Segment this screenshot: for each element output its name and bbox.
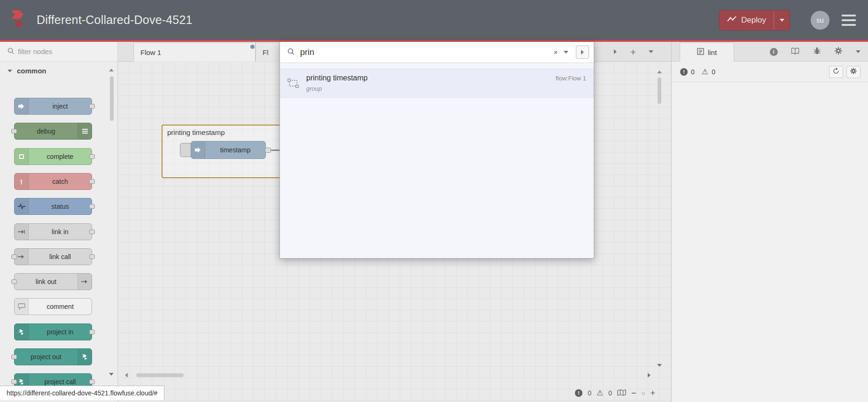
result-subtitle: group xyxy=(306,85,322,92)
add-flow-button[interactable]: + xyxy=(627,45,640,58)
sidebar-tab-label: lint xyxy=(708,48,717,56)
search-dialog: × printing timestamp group flow:Flow 1 xyxy=(279,42,594,259)
palette-node-link-call[interactable]: link call xyxy=(14,248,92,265)
node-label: link call xyxy=(29,249,92,265)
caret-right-icon xyxy=(614,49,617,54)
result-flow-label: flow:Flow 1 xyxy=(556,75,586,82)
error-count: 0 xyxy=(588,389,591,397)
output-port xyxy=(89,229,95,234)
deploy-label: Deploy xyxy=(741,16,766,25)
node-label: link in xyxy=(29,224,92,240)
tab-flow-1[interactable]: Flow 1 xyxy=(133,42,256,62)
status-pulse-icon xyxy=(15,198,29,214)
output-port xyxy=(89,104,95,109)
palette-node-inject[interactable]: inject xyxy=(14,98,92,115)
canvas-hscrollbar-thumb[interactable] xyxy=(136,373,184,377)
info-icon: i xyxy=(770,48,778,56)
header-actions: Deploy su xyxy=(719,0,868,40)
flow-node-timestamp[interactable]: timestamp xyxy=(191,141,266,159)
palette-scroll-down[interactable] xyxy=(109,373,114,376)
canvas-scroll-up[interactable] xyxy=(657,71,662,73)
palette-filter xyxy=(0,42,117,62)
lint-refresh-button[interactable] xyxy=(829,66,843,78)
clear-search-icon[interactable]: × xyxy=(553,48,558,56)
main-menu-button[interactable] xyxy=(842,15,856,26)
search-icon xyxy=(8,47,14,56)
palette-node-status[interactable]: status xyxy=(14,198,92,215)
palette-node-debug[interactable]: debug xyxy=(14,123,92,140)
deploy-button[interactable]: Deploy xyxy=(719,10,790,31)
catch-icon: ! xyxy=(15,173,29,189)
zoom-out-button[interactable]: − xyxy=(631,389,636,397)
output-port xyxy=(89,379,95,384)
node-label: project out xyxy=(15,349,78,365)
palette-node-project-in[interactable]: project in xyxy=(14,323,92,340)
link-icon xyxy=(15,224,29,240)
lint-warning-count: 0 xyxy=(712,68,715,76)
debug-icon xyxy=(78,123,92,139)
lint-tools xyxy=(829,66,860,78)
palette-node-comment[interactable]: comment xyxy=(14,298,92,315)
palette-node-catch[interactable]: ! catch xyxy=(14,173,92,190)
canvas-vscrollbar-thumb[interactable] xyxy=(658,78,661,104)
project-logo-icon xyxy=(15,324,29,340)
search-result-item[interactable]: printing timestamp group flow:Flow 1 xyxy=(280,69,594,98)
info-tab-button[interactable]: i xyxy=(767,45,780,58)
palette-node-complete[interactable]: complete xyxy=(14,148,92,165)
output-port[interactable] xyxy=(265,148,271,153)
user-avatar[interactable]: su xyxy=(811,11,829,30)
canvas-scroll-left[interactable] xyxy=(125,373,128,378)
node-label: timestamp xyxy=(205,142,265,158)
lint-error-count: 0 xyxy=(691,68,695,76)
search-input[interactable] xyxy=(300,47,548,57)
search-expand-button[interactable] xyxy=(576,46,589,59)
palette-node-project-out[interactable]: project out xyxy=(14,348,92,365)
palette: common inject debug complete ! catch sta… xyxy=(0,42,118,402)
group-label: printing timestamp xyxy=(167,128,225,136)
bug-icon xyxy=(814,47,821,56)
palette-scrollbar-thumb[interactable] xyxy=(110,76,114,121)
inject-trigger-button[interactable] xyxy=(180,143,191,157)
search-options-chevron-icon[interactable] xyxy=(564,51,568,54)
input-port xyxy=(11,129,17,134)
group-icon xyxy=(287,79,299,90)
error-count-icon: ! xyxy=(575,389,582,397)
palette-node-link-in[interactable]: link in xyxy=(14,223,92,240)
input-port xyxy=(11,355,17,359)
chevron-down-icon xyxy=(649,50,653,53)
navigator-map-icon[interactable] xyxy=(617,389,626,397)
warning-count: 0 xyxy=(608,389,612,397)
output-port xyxy=(89,254,95,259)
help-tab-button[interactable] xyxy=(789,45,802,58)
instance-title: Different-Collared-Dove-4521 xyxy=(37,13,193,27)
debug-tab-button[interactable] xyxy=(810,45,823,58)
deploy-icon xyxy=(727,16,736,25)
sidebar-menu-button[interactable] xyxy=(852,45,865,58)
deploy-options-button[interactable] xyxy=(774,10,790,30)
error-count-icon: ! xyxy=(680,68,688,76)
output-port xyxy=(89,179,95,184)
gear-icon xyxy=(835,47,842,56)
lint-counts: ! 0 ⚠ 0 xyxy=(680,62,715,82)
palette-category-common[interactable]: common xyxy=(8,67,46,75)
tab-scroll-right-button[interactable] xyxy=(609,45,622,58)
config-tab-button[interactable] xyxy=(832,45,845,58)
node-label: project in xyxy=(29,324,92,340)
sidebar-tab-lint[interactable]: lint xyxy=(680,42,734,62)
zoom-in-button[interactable]: + xyxy=(650,389,655,397)
zoom-reset-button[interactable]: ○ xyxy=(642,390,645,396)
palette-node-link-out[interactable]: link out xyxy=(14,273,92,290)
tab-label: Flow 1 xyxy=(140,48,161,56)
link-icon xyxy=(78,274,92,290)
canvas-scroll-down[interactable] xyxy=(657,364,662,367)
search-icon xyxy=(287,48,294,57)
inject-icon xyxy=(191,142,205,158)
sidebar-tabbar: lint i xyxy=(672,42,868,62)
browser-status-url: https://different-collared-dove-4521.flo… xyxy=(0,386,164,400)
canvas-scroll-right[interactable] xyxy=(648,373,651,378)
palette-scroll-up[interactable] xyxy=(109,69,114,71)
lint-settings-button[interactable] xyxy=(846,66,860,78)
filter-nodes-input[interactable] xyxy=(18,47,95,55)
node-label: inject xyxy=(29,98,92,114)
flow-list-button[interactable] xyxy=(644,45,658,58)
